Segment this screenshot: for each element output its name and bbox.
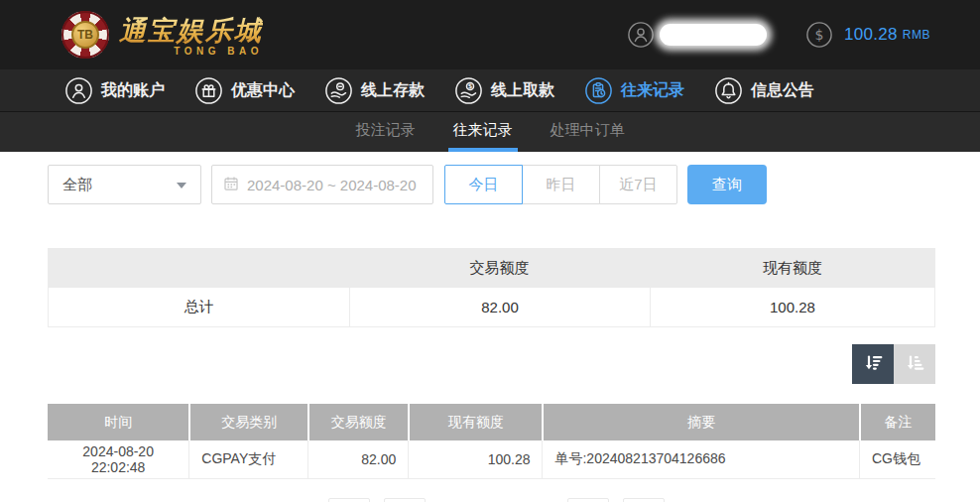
col-note: 备注 <box>859 404 935 440</box>
sort-controls <box>48 344 935 384</box>
nav-label: 线上存款 <box>361 80 425 101</box>
withdraw-icon: $ <box>455 77 482 104</box>
transaction-type-select[interactable]: 全部 <box>48 165 201 204</box>
nav-label: 线上取款 <box>491 80 554 101</box>
date-range-value: 2024-08-20 ~ 2024-08-20 <box>247 177 417 193</box>
quick-range-group: 今日 昨日 近7日 <box>444 165 677 204</box>
nav-item-my-account[interactable]: 我的账户 <box>65 77 165 104</box>
filter-bar: 全部 2024-08-20 ~ 2024-08-20 今日 昨日 近7日 查询 <box>48 165 935 204</box>
summary-balance-total: 100.28 <box>650 288 935 327</box>
brand-subtitle: TONG BAO <box>174 46 263 57</box>
today-button[interactable]: 今日 <box>444 165 523 204</box>
cell-time: 2024-08-20 22:02:48 <box>48 440 188 479</box>
summary-total-label: 总计 <box>48 288 349 327</box>
account-balance: 100.28 <box>844 25 898 45</box>
deposit-icon <box>325 77 352 104</box>
brand-title: 通宝娱乐城 <box>119 13 263 49</box>
pagination-row <box>48 496 935 502</box>
cell-note: CG钱包 <box>859 440 935 479</box>
calendar-icon <box>223 176 239 194</box>
search-button[interactable]: 查询 <box>687 165 767 204</box>
sub-navigation: 投注记录 往来记录 处理中订单 <box>0 112 980 152</box>
user-avatar-icon <box>628 22 654 48</box>
tab-bet-records[interactable]: 投注记录 <box>351 112 421 152</box>
col-amount: 交易额度 <box>307 404 408 440</box>
pagination-button-stub[interactable] <box>384 498 426 502</box>
nav-label: 信息公告 <box>751 80 814 101</box>
nav-item-deposit[interactable]: 线上存款 <box>325 77 425 104</box>
casino-chip-logo-icon: TB <box>61 11 109 59</box>
date-range-input[interactable]: 2024-08-20 ~ 2024-08-20 <box>211 165 433 204</box>
summary-header-row: 交易额度 现有额度 <box>48 248 935 288</box>
nav-label: 我的账户 <box>101 80 165 101</box>
brand-logo[interactable]: TB 通宝娱乐城 TONG BAO <box>61 11 263 59</box>
table-row: 2024-08-20 22:02:48 CGPAY支付 82.00 100.28… <box>48 440 935 479</box>
chevron-down-icon <box>177 183 186 188</box>
pagination-button-stub[interactable] <box>328 498 370 502</box>
cell-type: CGPAY支付 <box>188 440 307 479</box>
col-balance: 现有额度 <box>408 404 542 440</box>
nav-item-withdraw[interactable]: $ 线上取款 <box>455 77 554 104</box>
yesterday-button[interactable]: 昨日 <box>522 165 600 204</box>
chip-monogram: TB <box>71 21 99 49</box>
summary-total-row: 总计 82.00 100.28 <box>48 288 935 327</box>
records-icon <box>585 77 612 104</box>
nav-label: 优惠中心 <box>231 80 295 101</box>
dollar-balance-icon: $ <box>806 22 832 48</box>
tab-pending-orders[interactable]: 处理中订单 <box>546 112 630 152</box>
svg-text:$: $ <box>468 82 473 90</box>
cell-summary: 单号:202408213704126686 <box>542 440 859 479</box>
select-value: 全部 <box>62 176 92 194</box>
gift-icon <box>195 77 222 104</box>
summary-header-empty <box>48 248 349 288</box>
cell-balance: 100.28 <box>408 440 542 479</box>
bell-icon <box>715 77 742 104</box>
col-summary: 摘要 <box>542 404 859 440</box>
main-navigation: 我的账户 优惠中心 线上存款 <box>0 69 980 112</box>
summary-header-current-amount: 现有额度 <box>650 248 935 288</box>
sort-descending-button[interactable] <box>852 344 894 384</box>
sort-descending-icon <box>861 351 885 378</box>
pagination-button-stub[interactable] <box>567 498 609 502</box>
col-type: 交易类别 <box>188 404 307 440</box>
pagination-button-stub[interactable] <box>623 498 665 502</box>
last-7-days-button[interactable]: 近7日 <box>599 165 677 204</box>
tab-transaction-records[interactable]: 往来记录 <box>448 112 518 152</box>
currency-label: RMB <box>903 28 930 42</box>
content-area: 全部 2024-08-20 ~ 2024-08-20 今日 昨日 近7日 查询 <box>0 165 980 502</box>
records-table: 时间 交易类别 交易额度 现有额度 摘要 备注 2024-08-20 22:02… <box>48 404 935 479</box>
records-header-row: 时间 交易类别 交易额度 现有额度 摘要 备注 <box>48 404 935 440</box>
col-time: 时间 <box>48 404 188 440</box>
sort-ascending-button[interactable] <box>894 344 935 384</box>
nav-item-transaction-records[interactable]: 往来记录 <box>585 77 684 104</box>
nav-item-announcements[interactable]: 信息公告 <box>715 77 814 104</box>
top-bar: TB 通宝娱乐城 TONG BAO $ 100.28 RMB <box>0 0 980 69</box>
summary-header-trade-amount: 交易额度 <box>349 248 650 288</box>
cell-amount: 82.00 <box>307 440 408 479</box>
nav-item-promotions[interactable]: 优惠中心 <box>195 77 295 104</box>
user-icon <box>65 77 92 104</box>
sort-ascending-icon <box>903 351 926 378</box>
redacted-username <box>660 24 767 46</box>
summary-table: 交易额度 现有额度 总计 82.00 100.28 <box>48 248 935 327</box>
summary-trade-total: 82.00 <box>349 288 650 327</box>
nav-label: 往来记录 <box>621 80 684 101</box>
svg-text:$: $ <box>815 27 824 43</box>
